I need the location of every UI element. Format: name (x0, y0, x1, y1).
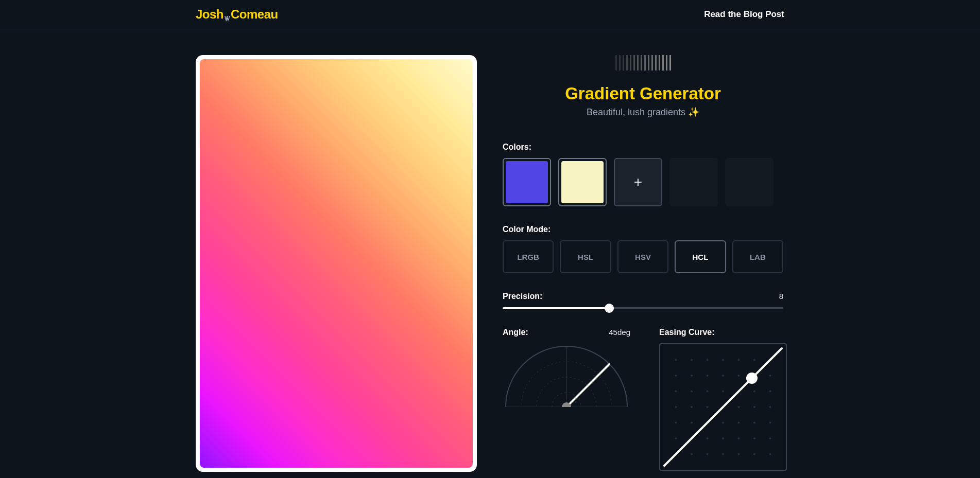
angle-picker[interactable] (503, 343, 630, 407)
svg-point-17 (691, 391, 693, 392)
plus-icon: + (634, 174, 642, 190)
svg-point-54 (769, 422, 771, 423)
svg-point-31 (723, 391, 724, 392)
svg-point-35 (723, 453, 724, 455)
svg-point-46 (754, 406, 755, 408)
svg-point-22 (707, 359, 708, 361)
svg-point-24 (707, 391, 708, 392)
color-swatch-1[interactable] (503, 158, 551, 206)
gradient-preview (200, 59, 473, 468)
precision-value: 8 (779, 292, 783, 300)
color-swatch-2[interactable] (558, 158, 607, 206)
svg-point-30 (723, 375, 724, 377)
mode-button-lrgb[interactable]: LRGB (503, 240, 554, 273)
logo[interactable]: Josh W ∧ Comeau (196, 7, 278, 22)
svg-point-58 (746, 373, 758, 384)
svg-point-53 (769, 406, 771, 408)
color-swatch-empty (669, 158, 718, 206)
gradient-bars-icon (503, 55, 783, 70)
color-mode-row: LRGBHSLHSVHCLLAB (503, 240, 783, 273)
svg-point-29 (723, 359, 724, 361)
logo-text-josh: Josh (196, 7, 223, 22)
logo-caret-icon: ∧ (225, 16, 229, 23)
header: Josh W ∧ Comeau Read the Blog Post (0, 0, 980, 29)
svg-point-49 (754, 453, 755, 455)
svg-point-36 (738, 359, 740, 361)
svg-point-9 (675, 375, 677, 377)
svg-point-34 (723, 438, 724, 439)
svg-point-8 (675, 359, 677, 361)
svg-point-33 (723, 422, 724, 423)
svg-point-21 (691, 453, 693, 455)
mode-button-hcl[interactable]: HCL (675, 240, 726, 273)
svg-point-37 (738, 375, 740, 377)
svg-point-23 (707, 375, 708, 377)
color-mode-label: Color Mode: (503, 225, 783, 234)
svg-point-55 (769, 438, 771, 439)
svg-point-15 (691, 359, 693, 361)
svg-point-19 (691, 422, 693, 423)
svg-point-51 (769, 375, 771, 377)
svg-point-52 (769, 391, 771, 392)
logo-text-comeau: Comeau (231, 7, 278, 22)
precision-slider[interactable] (503, 307, 783, 309)
svg-point-25 (707, 406, 708, 408)
easing-curve-editor[interactable] (659, 343, 787, 471)
angle-value: 45deg (609, 328, 630, 337)
precision-label: Precision: (503, 292, 542, 301)
color-swatch-empty (725, 158, 773, 206)
svg-line-6 (566, 364, 609, 407)
svg-point-28 (707, 453, 708, 455)
svg-point-56 (769, 453, 771, 455)
svg-point-16 (691, 375, 693, 377)
svg-point-39 (738, 406, 740, 408)
color-swatches: + (503, 158, 783, 206)
svg-point-41 (738, 438, 740, 439)
svg-point-42 (738, 453, 740, 455)
svg-point-27 (707, 438, 708, 439)
mode-button-lab[interactable]: LAB (732, 240, 783, 273)
svg-point-18 (691, 406, 693, 408)
easing-label: Easing Curve: (659, 328, 715, 337)
controls-panel: Gradient Generator Beautiful, lush gradi… (503, 55, 783, 471)
colors-label: Colors: (503, 143, 783, 152)
precision-slider-handle[interactable] (605, 304, 614, 313)
svg-point-11 (675, 406, 677, 408)
svg-point-47 (754, 422, 755, 423)
add-color-button[interactable]: + (614, 158, 662, 206)
svg-point-43 (754, 359, 755, 361)
svg-point-12 (675, 422, 677, 423)
svg-point-10 (675, 391, 677, 392)
mode-button-hsv[interactable]: HSV (617, 240, 668, 273)
blog-post-link[interactable]: Read the Blog Post (704, 9, 784, 20)
svg-point-40 (738, 422, 740, 423)
svg-point-48 (754, 438, 755, 439)
svg-line-57 (664, 348, 782, 466)
svg-point-45 (754, 391, 755, 392)
page-subtitle: Beautiful, lush gradients ✨ (503, 107, 783, 118)
mode-button-hsl[interactable]: HSL (560, 240, 611, 273)
gradient-preview-frame (196, 55, 477, 472)
angle-label: Angle: (503, 328, 528, 337)
svg-point-13 (675, 438, 677, 439)
page-title: Gradient Generator (503, 84, 783, 103)
